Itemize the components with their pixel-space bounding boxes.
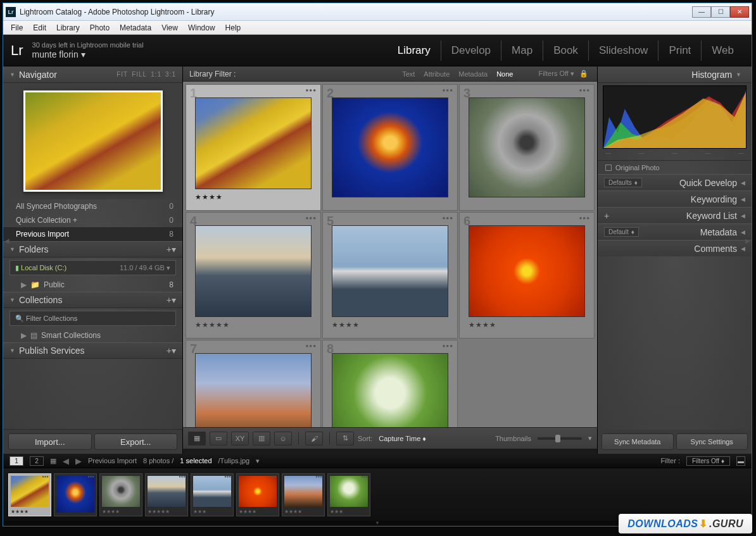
collection-row[interactable]: ▶▤Smart Collections <box>3 328 182 342</box>
compare-view-button[interactable]: XY <box>231 432 249 446</box>
cell-menu-icon[interactable]: ●●● <box>443 215 454 221</box>
filmstrip-cell[interactable]: ●●●★★★★ <box>8 473 51 516</box>
cell-menu-icon[interactable]: ●●● <box>579 215 591 221</box>
filter-tab-none[interactable]: None <box>496 70 513 78</box>
navigator-zoom-opts[interactable]: FITFILL1:13:1 <box>113 71 176 78</box>
rating-stars[interactable]: ★★★★ <box>469 321 585 329</box>
folders-header[interactable]: ▼ Folders +▾ <box>3 241 182 258</box>
filter-tab-metadata[interactable]: Metadata <box>458 70 488 78</box>
add-publish-icon[interactable]: +▾ <box>167 346 176 356</box>
menu-photo[interactable]: Photo <box>85 22 115 34</box>
grid-cell[interactable]: 7●●● <box>186 340 321 427</box>
grid-icon[interactable]: ▦ <box>50 457 56 465</box>
main-window-button[interactable]: 1 <box>9 456 23 466</box>
filmstrip[interactable]: ●●●★★★★●●●●●●★★★★●●●★★★★★●●●★★★●●●★★★★●●… <box>3 468 752 521</box>
import-button[interactable]: Import... <box>8 433 92 450</box>
navigator-preview[interactable] <box>3 83 182 199</box>
histogram[interactable] <box>603 85 747 149</box>
quick-develop-header[interactable]: Defaults♦ Quick Develop ◀ <box>598 174 752 190</box>
keywording-header[interactable]: Keywording ◀ <box>598 190 752 207</box>
cell-menu-icon[interactable]: ●●● <box>306 215 317 221</box>
publish-header[interactable]: ▼ Publish Services +▾ <box>3 342 182 359</box>
cell-menu-icon[interactable]: ●●● <box>306 343 317 349</box>
rating-stars[interactable]: ★★★★★ <box>195 321 312 329</box>
maximize-button[interactable]: ☐ <box>711 6 730 18</box>
filmstrip-cell[interactable]: ●●● <box>54 473 97 516</box>
thumbnail-size-slider[interactable] <box>538 437 582 440</box>
sort-direction-button[interactable]: ⇅ <box>336 432 354 446</box>
grid-cell[interactable]: 4●●●★★★★★ <box>186 212 321 339</box>
filter-preset-select[interactable]: Filters Off ♦ <box>686 456 730 466</box>
navigator-header[interactable]: ▼ Navigator FITFILL1:13:1 <box>3 66 182 83</box>
back-button[interactable]: ◀ <box>63 456 69 466</box>
module-print[interactable]: Print <box>658 41 702 61</box>
menu-metadata[interactable]: Metadata <box>115 22 156 34</box>
add-keyword-icon[interactable]: + <box>604 211 609 221</box>
grid-cell[interactable]: 5●●●★★★★ <box>322 212 458 339</box>
grid-cell[interactable]: 2●●● <box>322 84 458 211</box>
volume-row[interactable]: ▮ Local Disk (C:) 11.0 / 49.4 GB ▾ <box>9 260 176 275</box>
right-panel-collapse-handle[interactable]: ▶ <box>745 237 750 244</box>
filmstrip-cell[interactable]: ●●●★★★★ <box>282 473 325 516</box>
filter-switch[interactable]: ▬ <box>736 456 745 466</box>
module-slideshow[interactable]: Slideshow <box>589 41 659 61</box>
chevron-down-icon[interactable]: ▾ <box>256 457 260 465</box>
filters-toggle[interactable]: Filters Off ▾ <box>538 70 574 78</box>
filter-tab-text[interactable]: Text <box>402 70 415 78</box>
minimize-button[interactable]: — <box>692 6 711 18</box>
sort-select[interactable]: Capture Time ♦ <box>379 435 426 442</box>
menu-window[interactable]: Window <box>183 22 220 34</box>
comments-header[interactable]: Comments ◀ <box>598 240 752 256</box>
loupe-view-button[interactable]: ▭ <box>210 432 227 446</box>
grid-view-button[interactable]: ▦ <box>188 432 206 446</box>
catalog-row[interactable]: Quick Collection +0 <box>3 213 182 227</box>
people-view-button[interactable]: ☺ <box>274 432 292 446</box>
catalog-row[interactable]: Previous Import8 <box>3 227 182 241</box>
module-develop[interactable]: Develop <box>441 41 501 61</box>
filmstrip-cell[interactable]: ●●●★★★ <box>327 473 370 516</box>
metadata-header[interactable]: Default♦ Metadata ◀ <box>598 223 752 240</box>
sync-metadata-button[interactable]: Sync Metadata <box>602 433 674 450</box>
metadata-preset-select[interactable]: Default♦ <box>604 227 639 237</box>
rating-stars[interactable]: ★★★★ <box>332 321 448 329</box>
menu-edit[interactable]: Edit <box>28 22 51 34</box>
module-book[interactable]: Book <box>543 41 589 61</box>
add-collection-icon[interactable]: +▾ <box>167 295 176 305</box>
cell-menu-icon[interactable]: ●●● <box>443 343 454 349</box>
module-web[interactable]: Web <box>702 41 744 61</box>
keyword-list-header[interactable]: + Keyword List ◀ <box>598 207 752 223</box>
original-checkbox[interactable] <box>605 165 612 171</box>
add-folder-icon[interactable]: +▾ <box>167 244 176 254</box>
module-map[interactable]: Map <box>501 41 543 61</box>
menu-file[interactable]: File <box>6 22 28 34</box>
filmstrip-cell[interactable]: ●●●★★★★★ <box>145 473 188 516</box>
export-button[interactable]: Export... <box>94 433 178 450</box>
module-library[interactable]: Library <box>387 41 441 61</box>
identity-plate[interactable]: 30 days left in Lightroom mobile trial m… <box>32 41 144 60</box>
second-window-button[interactable]: 2 <box>30 456 44 466</box>
cell-menu-icon[interactable]: ●●● <box>579 87 591 93</box>
original-photo-row[interactable]: Original Photo <box>598 160 752 174</box>
filmstrip-cell[interactable]: ●●●★★★★ <box>99 473 142 516</box>
catalog-row[interactable]: All Synced Photographs0 <box>3 199 182 213</box>
lock-icon[interactable]: 🔒 <box>579 70 588 78</box>
filter-collections-input[interactable]: 🔍 Filter Collections <box>9 311 176 326</box>
painter-button[interactable]: 🖌 <box>305 432 323 446</box>
menu-view[interactable]: View <box>156 22 183 34</box>
survey-view-button[interactable]: ▥ <box>253 432 270 446</box>
menu-library[interactable]: Library <box>51 22 85 34</box>
qd-preset-select[interactable]: Defaults♦ <box>604 178 642 187</box>
grid-cell[interactable]: 1●●●★★★★ <box>186 84 321 211</box>
source-label[interactable]: Previous Import <box>88 457 137 464</box>
filter-tab-attribute[interactable]: Attribute <box>424 70 450 78</box>
grid-cell[interactable]: 6●●●★★★★ <box>459 212 595 339</box>
filmstrip-cell[interactable]: ●●●★★★ <box>191 473 234 516</box>
rating-stars[interactable]: ★★★★ <box>195 193 312 201</box>
grid-cell[interactable]: 3●●● <box>459 84 595 211</box>
forward-button[interactable]: ▶ <box>75 456 82 466</box>
close-button[interactable]: ✕ <box>730 6 749 18</box>
collections-header[interactable]: ▼ Collections +▾ <box>3 292 182 308</box>
toolbar-menu-icon[interactable]: ▾ <box>588 434 592 442</box>
filmstrip-cell[interactable]: ●●●★★★★ <box>236 473 279 516</box>
left-panel-collapse-handle[interactable]: ◀ <box>4 237 9 244</box>
